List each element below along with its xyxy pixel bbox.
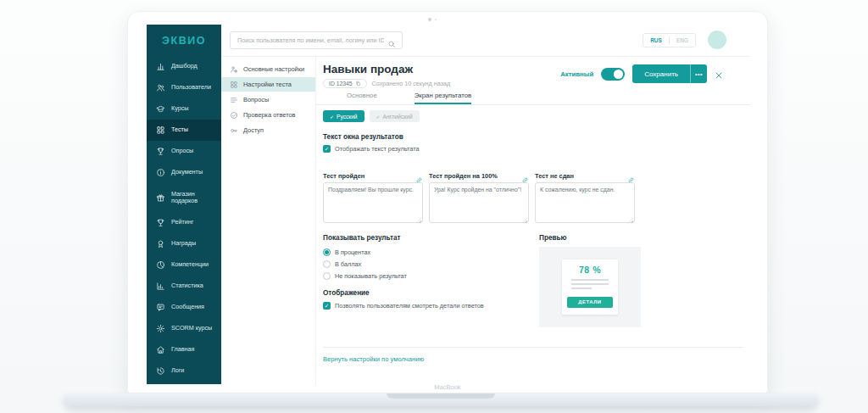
documents-icon bbox=[156, 168, 165, 177]
page: ЭКВИО Дашборд Пользователи Курсы Тесты bbox=[0, 0, 868, 413]
chip-russian[interactable]: Русский bbox=[323, 110, 364, 122]
more-actions-button[interactable]: ••• bbox=[690, 64, 707, 83]
camera-dot-icon bbox=[435, 19, 437, 20]
show-result-heading: Показывать результат bbox=[323, 234, 400, 242]
field-test-failed: Тест не сдан К сожалению, курс не сдан. bbox=[535, 170, 635, 226]
sidebar-item-gift-shop[interactable]: Магазин подарков bbox=[147, 183, 221, 212]
sidebar-item-dashboard[interactable]: Дашборд bbox=[147, 56, 221, 77]
id-badge[interactable]: ID 12345 bbox=[323, 79, 367, 88]
sidebar-item-messages[interactable]: Сообщения bbox=[147, 297, 221, 318]
logs-icon bbox=[156, 366, 165, 376]
test-passed-100-textarea[interactable]: Ура! Курс пройден на "отлично"! bbox=[429, 182, 529, 223]
test-passed-textarea[interactable]: Поздравляем! Вы прошли курс. bbox=[323, 182, 423, 223]
show-result-text-checkbox[interactable] bbox=[323, 145, 331, 153]
field-label: Тест пройден на 100% bbox=[429, 172, 498, 180]
radio-percent[interactable]: В процентах bbox=[323, 248, 370, 256]
field-label: Тест не сдан bbox=[535, 172, 574, 180]
chip-label: Русский bbox=[337, 114, 357, 120]
link-icon[interactable] bbox=[415, 172, 423, 180]
subnav-item-answer-check[interactable]: Проверка ответов bbox=[221, 108, 315, 122]
link-icon[interactable] bbox=[627, 172, 635, 180]
close-icon[interactable] bbox=[715, 68, 726, 80]
test-failed-textarea[interactable]: К сожалению, курс не сдан. bbox=[535, 182, 635, 223]
radio-label: В процентах bbox=[335, 248, 370, 256]
subnav-item-label: Доступ bbox=[243, 126, 264, 134]
answer-check-icon bbox=[230, 111, 238, 120]
dashboard-icon bbox=[156, 62, 165, 71]
language-chips: Русский Английский bbox=[323, 110, 420, 122]
preview-placeholder-lines bbox=[571, 279, 609, 289]
save-button-group: Сохранить ••• bbox=[632, 64, 707, 83]
questions-icon bbox=[230, 96, 238, 104]
radio-points[interactable]: В баллах bbox=[323, 260, 361, 268]
lang-eng-button[interactable]: ENG bbox=[670, 37, 695, 43]
sidebar-item-label: Магазин подарков bbox=[171, 191, 221, 205]
camera-icon bbox=[428, 18, 431, 21]
copy-icon[interactable] bbox=[355, 81, 361, 87]
access-icon bbox=[230, 126, 238, 135]
active-toggle[interactable] bbox=[601, 68, 625, 81]
id-row: ID 12345 Сохранено 10 секунд назад bbox=[323, 79, 450, 88]
subnav-item-access[interactable]: Доступ bbox=[221, 123, 315, 137]
sidebar-item-label: Статистика bbox=[171, 282, 203, 289]
test-subnav: Основные настройки Настройки теста Вопро… bbox=[221, 57, 316, 384]
scorm-icon bbox=[156, 324, 165, 333]
preview-details-button[interactable]: ДЕТАЛИ bbox=[567, 297, 613, 308]
radio-hide-result[interactable]: Не показывать результат bbox=[323, 272, 407, 280]
tab-main[interactable]: Основное bbox=[347, 92, 377, 104]
subnav-item-questions[interactable]: Вопросы bbox=[221, 92, 315, 107]
sidebar-item-label: Логи bbox=[171, 367, 184, 374]
radio-button[interactable] bbox=[323, 260, 331, 268]
sidebar-item-documents[interactable]: Документы bbox=[147, 162, 221, 183]
sidebar-item-label: Опросы bbox=[171, 148, 193, 154]
sidebar-item-logs[interactable]: Логи bbox=[147, 360, 221, 382]
sidebar-item-label: Сообщения bbox=[171, 304, 204, 310]
check-icon bbox=[376, 114, 381, 120]
radio-button[interactable] bbox=[323, 248, 331, 256]
checkbox-label: Позволять пользователям смотреть детали … bbox=[335, 302, 484, 310]
sidebar-item-surveys[interactable]: Опросы bbox=[147, 141, 221, 162]
preview-card: 78 % ДЕТАЛИ bbox=[539, 247, 641, 327]
subnav-item-general-settings[interactable]: Основные настройки bbox=[221, 62, 315, 76]
sidebar-item-home[interactable]: Главная bbox=[147, 339, 221, 360]
sidebar-item-awards[interactable]: Награды bbox=[147, 233, 221, 254]
sidebar-item-users[interactable]: Пользователи bbox=[147, 77, 221, 98]
search-icon[interactable] bbox=[387, 36, 396, 45]
sidebar-item-rating[interactable]: Рейтинг bbox=[147, 212, 221, 233]
app-window: ЭКВИО Дашборд Пользователи Курсы Тесты bbox=[147, 25, 750, 384]
sidebar-item-label: Рейтинг bbox=[171, 219, 193, 226]
radio-label: В баллах bbox=[335, 260, 361, 268]
preview-heading: Превью bbox=[539, 234, 567, 242]
topbar: RUS ENG bbox=[221, 25, 750, 57]
sidebar-item-statistics[interactable]: Статистика bbox=[147, 276, 221, 297]
sidebar-item-tests[interactable]: Тесты bbox=[147, 120, 221, 141]
general-settings-icon bbox=[230, 65, 238, 74]
language-switch: RUS ENG bbox=[643, 33, 696, 47]
sidebar-item-courses[interactable]: Курсы bbox=[147, 98, 221, 120]
chip-english[interactable]: Английский bbox=[370, 110, 420, 122]
sidebar-item-competencies[interactable]: Компетенции bbox=[147, 254, 221, 276]
sidebar-item-label: Курсы bbox=[171, 105, 188, 112]
sidebar-item-label: Пользователи bbox=[171, 84, 211, 91]
tab-results-screen[interactable]: Экран результатов bbox=[415, 92, 472, 104]
sidebar-item-label: Главная bbox=[171, 346, 194, 353]
statistics-icon bbox=[156, 282, 165, 291]
reset-defaults-link[interactable]: Вернуть настройки по умолчанию bbox=[323, 355, 424, 363]
toggle-knob bbox=[614, 70, 623, 79]
rating-icon bbox=[156, 218, 165, 227]
search-input[interactable] bbox=[231, 36, 387, 44]
lang-rus-button[interactable]: RUS bbox=[643, 37, 669, 43]
avatar[interactable] bbox=[708, 31, 726, 49]
show-answer-details-checkbox[interactable] bbox=[323, 302, 331, 310]
sidebar-item-scorm[interactable]: SCORM курсы bbox=[147, 318, 221, 339]
preview-percent: 78 % bbox=[562, 265, 618, 275]
home-icon bbox=[156, 345, 165, 354]
save-button[interactable]: Сохранить bbox=[632, 64, 690, 83]
link-icon[interactable] bbox=[521, 172, 529, 180]
subnav-item-test-settings[interactable]: Настройки теста bbox=[221, 77, 315, 92]
laptop-base bbox=[64, 393, 818, 406]
surveys-icon bbox=[156, 147, 165, 156]
laptop-screen: ЭКВИО Дашборд Пользователи Курсы Тесты bbox=[127, 11, 768, 393]
radio-button[interactable] bbox=[323, 272, 331, 280]
field-test-passed-100: Тест пройден на 100% Ура! Курс пройден н… bbox=[429, 170, 529, 226]
